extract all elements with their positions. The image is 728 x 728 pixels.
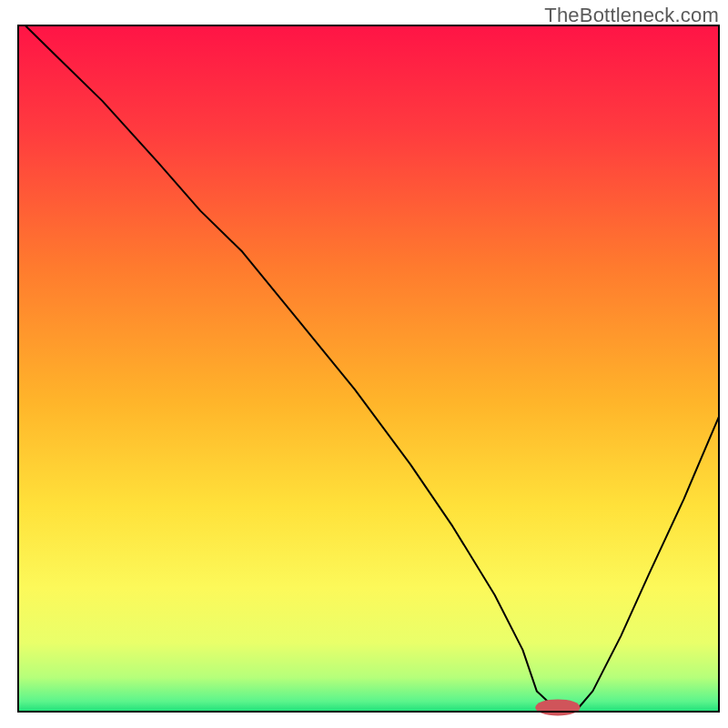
watermark-text: TheBottleneck.com — [544, 4, 719, 27]
bottleneck-chart — [0, 0, 728, 728]
plot-background — [18, 25, 719, 712]
optimum-marker — [535, 699, 580, 715]
chart-container: TheBottleneck.com — [0, 0, 728, 728]
